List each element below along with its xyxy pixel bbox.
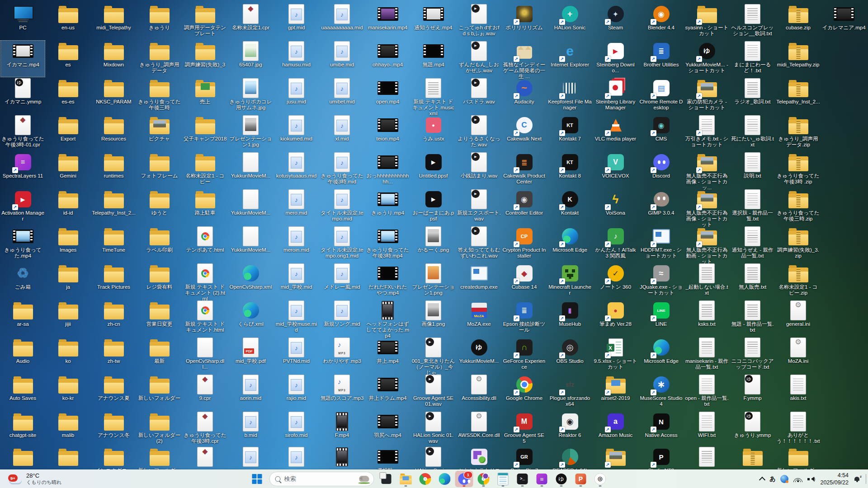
desktop-icon[interactable]: ◆9.cpr — [183, 374, 227, 410]
desktop-icon[interactable]: N↗Native Access — [639, 411, 683, 447]
desktop-icon[interactable]: テンポあて.html — [183, 226, 227, 262]
desktop-icon[interactable]: Images — [46, 226, 90, 262]
desktop-icon[interactable]: まにまにわーるど！.txt — [731, 41, 774, 77]
desktop-icon[interactable]: ↗Discord — [639, 152, 683, 188]
desktop-icon[interactable]: ≣↗Epson 接続診断ツール — [502, 300, 546, 336]
desktop-icon[interactable]: V↗VOICEVOX — [594, 152, 637, 188]
desktop-icon[interactable]: ●うみ.ustx — [411, 115, 455, 151]
desktop-icon[interactable]: Telepathy_Inst_2... — [776, 78, 820, 114]
desktop-icon[interactable]: ◎↗OBS Studio — [548, 337, 592, 373]
desktop-icon[interactable]: OpenCvSharp.xml — [229, 263, 273, 299]
desktop-icon[interactable]: ゆYukkuriMovieM... — [457, 337, 501, 373]
desktop-icon[interactable]: 無題 - 親作品一覧.txt — [731, 300, 774, 336]
desktop-icon[interactable]: ksks.txt — [685, 300, 729, 336]
desktop-icon[interactable]: es-es — [46, 78, 90, 114]
stacked-windows-taskbar-button[interactable] — [377, 471, 396, 487]
desktop-icon[interactable]: ↗無人販売不正行為 画像 - ショートカット — [685, 189, 729, 225]
desktop-icon[interactable]: ♪umibe.mid — [320, 41, 364, 77]
desktop-icon[interactable]: ▶Untitled.ppsf — [411, 152, 455, 188]
desktop-icon[interactable]: ↗無人販売不正行為 画像 - ショートカッ... — [685, 152, 729, 188]
desktop-icon[interactable]: ✓↗ノートン 360 — [594, 263, 637, 299]
desktop-icon[interactable]: Resources — [92, 115, 136, 151]
desktop-icon[interactable]: プレゼンテーション1.png — [411, 263, 455, 299]
file-explorer-taskbar-button[interactable] — [397, 471, 415, 487]
desktop-icon[interactable]: open - 親作品一覧.txt — [685, 374, 729, 410]
chrome-profile-taskbar-button[interactable] — [475, 471, 493, 487]
desktop-icon[interactable]: ▶Groove Agent SE 01.wav — [411, 374, 455, 410]
desktop-icon[interactable]: ♪タイトル未設定.tempo.orig1.mid — [320, 226, 364, 262]
desktop-icon[interactable]: id-id — [46, 189, 90, 225]
desktop-icon[interactable]: PC — [1, 4, 45, 40]
desktop-icon[interactable]: YukkuriMovieM... — [229, 189, 273, 225]
desktop-icon[interactable]: CP↗Crypton Product Installer — [502, 226, 546, 262]
desktop-icon[interactable]: ♪rajio.mid — [274, 374, 318, 410]
desktop-icon[interactable]: ▶小銭詰まり.wav — [457, 152, 501, 188]
desktop-icon[interactable]: イカマニ.mp4 — [1, 41, 45, 77]
desktop-icon[interactable]: きゅうり食ってた午後3時 .zip — [776, 152, 820, 188]
desktop-icon[interactable]: ϟ↗VoiSona — [594, 189, 637, 225]
desktop-icon[interactable]: きゅうりポカコレ用サムネ.jpg — [229, 78, 273, 114]
desktop-icon[interactable]: M↗Groove Agent SE 5 — [502, 411, 546, 447]
desktop-icon[interactable]: ↗GIMP 3.0.4 — [639, 189, 683, 225]
desktop-icon[interactable]: ↗Google Chrome — [502, 374, 546, 410]
desktop-icon[interactable]: ≡↗SpectraLayers 11 — [1, 152, 45, 188]
desktop-icon[interactable]: 通知うぜえ.mp4 — [411, 4, 455, 40]
desktop-icon[interactable]: 通知うぜえ - 親作品一覧.txt — [731, 226, 774, 262]
desktop-icon[interactable]: Export — [46, 115, 90, 151]
desktop-icon[interactable]: だれだFXいれたやつ.mp4 — [366, 263, 410, 299]
chrome-taskbar-button[interactable] — [416, 471, 434, 487]
desktop-icon[interactable]: 無人販売.txt — [731, 263, 774, 299]
desktop-icon[interactable]: NKSC_PARAM — [92, 78, 136, 114]
desktop-icon[interactable]: ♪meroin.mid — [274, 226, 318, 262]
desktop-icon[interactable]: ↗無人販売不正行為 動画 - ショートカット — [685, 226, 729, 262]
desktop-icon[interactable]: ∗↗MuseScore Studio 4 — [639, 374, 683, 410]
desktop-icon[interactable]: きゅうり — [137, 4, 181, 40]
desktop-icon[interactable]: sfz↗Plogue sforzando x64 — [548, 374, 592, 410]
notepad-taskbar-button[interactable] — [494, 471, 512, 487]
desktop-icon[interactable]: ♪PVTNd.mid — [274, 337, 318, 373]
desktop-icon[interactable]: アナウンス冬 — [92, 411, 136, 447]
desktop-icon[interactable]: 営業日変更 — [137, 300, 181, 336]
desktop-icon[interactable]: ◉↗Reaktor 6 — [548, 411, 592, 447]
desktop-icon[interactable]: ♪MP3無題のスコア.mp3 — [320, 374, 364, 410]
desktop-icon[interactable]: ◆名称未設定1.cpr — [229, 4, 273, 40]
desktop-icon[interactable]: ▶よりうるさくなった.wav — [457, 115, 501, 151]
desktop-icon[interactable]: KT↗Kontakt 8 — [548, 152, 592, 188]
desktop-icon[interactable]: Audio — [1, 337, 45, 373]
desktop-icon[interactable]: ♪aorin.mid — [229, 374, 273, 410]
desktop-icon[interactable]: 新規 テキスト ドキュメント (2).html — [183, 263, 227, 299]
desktop-icon[interactable]: ⚙MoZA.ini — [776, 337, 820, 373]
desktop-icon[interactable]: OpenCvSharp.dll... — [183, 337, 227, 373]
desktop-icon[interactable]: 父子キャンプ2018 — [183, 115, 227, 151]
desktop-icon[interactable]: TimeTune — [92, 226, 136, 262]
desktop-icon[interactable]: ▶おーばーまにあ.ppsf — [411, 189, 455, 225]
desktop-icon[interactable]: ◉↗Blender 4.4 — [639, 4, 683, 40]
desktop-icon[interactable]: ラベル印刷 — [137, 226, 181, 262]
desktop-icon[interactable]: ヘルスコンプレッション__歌詞.txt — [731, 4, 774, 40]
desktop-icon[interactable]: ◉↗Controller Editor — [502, 189, 546, 225]
desktop-icon[interactable]: ♪↗かんたん！AITalk 3 関西風 — [594, 226, 637, 262]
desktop-icon[interactable]: かるーく.png — [411, 226, 455, 262]
desktop-icon[interactable]: 死にたい_ゅ歌詞.txt — [731, 115, 774, 151]
copilot-icon[interactable] — [780, 475, 788, 483]
desktop-icon[interactable]: ニコニコバックアップコード.txt — [731, 337, 774, 373]
desktop-icon[interactable]: ↗9.5.xlsx - ショートカット — [594, 337, 637, 373]
widgets-weather-button[interactable]: 9+ 28°C くもりのち晴れ — [4, 470, 66, 488]
desktop-icon[interactable]: ⚙AWSSDK.Core.dll — [457, 411, 501, 447]
desktop-icon[interactable]: ↗Microsoft Edge — [639, 337, 683, 373]
desktop-icon[interactable]: es — [46, 41, 90, 77]
desktop-icon[interactable]: 無題.mp4 — [411, 41, 455, 77]
desktop-icon[interactable]: おっhhhhhhhhhhhhh... — [366, 152, 410, 188]
desktop-icon[interactable]: きゅうり食ってた午後三時.zip — [776, 189, 820, 225]
desktop-icon[interactable]: 新規 テキスト ドキュメント.html — [183, 300, 227, 336]
desktop-icon[interactable]: ▶ずんだもん_しおかぜふ.wav — [457, 41, 501, 77]
desktop-icon[interactable]: 羽尻へ.mp4 — [366, 411, 410, 447]
desktop-icon[interactable]: ラジオ_歌詞.txt — [731, 78, 774, 114]
desktop-icon[interactable]: きゅうり_調声用データ.zip — [776, 115, 820, 151]
desktop-icon[interactable]: ▶新規エクスポート.wav — [457, 189, 501, 225]
desktop-icon[interactable]: きゅうり.mp4 — [366, 189, 410, 225]
desktop-icon[interactable]: 調声用データテンプレート — [183, 4, 227, 40]
desktop-icon[interactable]: ↗ポリリリリズム — [502, 4, 546, 40]
desktop-icon[interactable]: きゅうり_調声用データ — [137, 41, 181, 77]
tray-overflow-chevron-icon[interactable] — [759, 477, 765, 483]
